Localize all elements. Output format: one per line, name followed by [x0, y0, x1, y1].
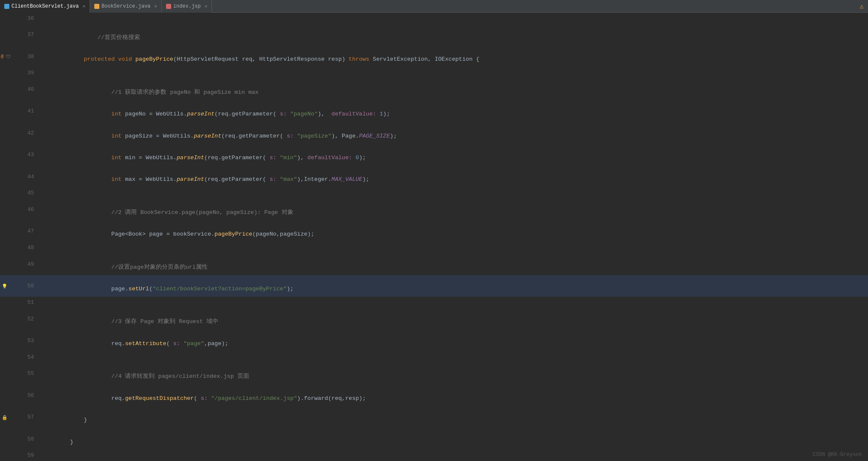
code-line-48: 48	[0, 242, 868, 253]
code-line-51: 51	[0, 297, 868, 308]
line-num-58: 58	[0, 428, 38, 450]
line-content-37: //首页价格搜索	[38, 24, 868, 45]
line-content-56: req.getRequestDispatcher( s: "/pages/cli…	[38, 385, 868, 406]
warning-icon: ⚠	[860, 2, 864, 11]
line-num-38: @ 🛡 38	[0, 45, 38, 67]
line-num-57: 🔒 57	[0, 406, 38, 428]
code-line-54: 54	[0, 351, 868, 363]
tab-label-3: index.jsp	[173, 3, 201, 9]
lock-icon: 🔒	[2, 414, 8, 420]
editor-container: 36 37 //首页价格搜索 @ 🛡 38 protected void pag…	[0, 13, 868, 461]
line-num-39: 39	[0, 67, 38, 79]
line-content-52: //3 保存 Page 对象到 Request 域中	[38, 308, 868, 329]
line-content-50: page.setUrl("client/bookServlet?action=p…	[38, 275, 868, 297]
line-content-42: int pageSize = WebUtils.parseInt(req.get…	[38, 122, 868, 144]
code-line-40: 40 //1 获取请求的参数 pageNo 和 pageSize min max	[0, 79, 868, 100]
code-line-58: 58 }	[0, 428, 868, 450]
line-num-43: 43	[0, 144, 38, 166]
line-content-58: }	[38, 428, 868, 450]
line-content-40: //1 获取请求的参数 pageNo 和 pageSize min max	[38, 79, 868, 100]
code-line-49: 49 //设置page对象的分页条的url属性	[0, 253, 868, 275]
line-content-45	[38, 188, 868, 199]
bulb-icon: 💡	[2, 283, 8, 289]
line-num-46: 46	[0, 199, 38, 220]
line-num-44: 44	[0, 166, 38, 187]
code-line-55: 55 //4 请求转发到 pages/client/index.jsp 页面	[0, 363, 868, 384]
line-content-54	[38, 351, 868, 363]
code-line-46: 46 //2 调用 BookService.page(pageNo, pageS…	[0, 199, 868, 220]
comment-52: //3 保存 Page 对象到 Request 域中	[70, 318, 218, 325]
comment-49: //设置page对象的分页条的url属性	[70, 264, 208, 270]
code-line-57: 🔒 57 }	[0, 406, 868, 428]
comment-40: //1 获取请求的参数 pageNo 和 pageSize min max	[70, 89, 259, 96]
line-num-45: 45	[0, 188, 38, 199]
comment-46: //2 调用 BookService.page(pageNo, pageSize…	[70, 209, 293, 216]
line-content-43: int min = WebUtils.parseInt(req.getParam…	[38, 144, 868, 166]
line-num-50: 💡 50	[0, 275, 38, 297]
code-line-39: 39	[0, 67, 868, 79]
code-line-36: 36	[0, 13, 868, 24]
line-num-49: 49	[0, 253, 38, 275]
tab-close-2[interactable]: ✕	[154, 3, 157, 9]
line-num-41: 41	[0, 100, 38, 122]
code-line-41: 41 int pageNo = WebUtils.parseInt(req.ge…	[0, 100, 868, 122]
line-content-53: req.setAttribute( s: "page",page);	[38, 330, 868, 351]
line-content-41: int pageNo = WebUtils.parseInt(req.getPa…	[38, 100, 868, 122]
code-line-50: 💡 50 page.setUrl("client/bookServlet?act…	[0, 275, 868, 297]
code-line-45: 45	[0, 188, 868, 199]
shield-icon: 🛡	[6, 54, 11, 59]
line-num-54: 54	[0, 351, 38, 363]
tab-index-jsp[interactable]: index.jsp ✕	[162, 0, 212, 13]
code-line-56: 56 req.getRequestDispatcher( s: "/pages/…	[0, 385, 868, 406]
tab-label-2: BookService.java	[101, 3, 150, 9]
code-line-52: 52 //3 保存 Page 对象到 Request 域中	[0, 308, 868, 329]
line-num-37: 37	[0, 24, 38, 45]
tab-close-3[interactable]: ✕	[205, 3, 208, 9]
line-content-46: //2 调用 BookService.page(pageNo, pageSize…	[38, 199, 868, 220]
line-content-47: Page<Book> page = bookService.pageByPric…	[38, 220, 868, 242]
line-num-40: 40	[0, 79, 38, 100]
tab-book-service[interactable]: BookService.java ✕	[90, 0, 162, 13]
code-line-59: 59	[0, 450, 868, 461]
line-num-51: 51	[0, 297, 38, 308]
line-num-59: 59	[0, 450, 38, 461]
line-content-55: //4 请求转发到 pages/client/index.jsp 页面	[38, 363, 868, 384]
line-content-49: //设置page对象的分页条的url属性	[38, 253, 868, 275]
line-num-36: 36	[0, 13, 38, 24]
line-content-39	[38, 67, 868, 79]
tab-icon-orange	[94, 4, 99, 9]
code-line-42: 42 int pageSize = WebUtils.parseInt(req.…	[0, 122, 868, 144]
tab-icon-blue	[4, 4, 9, 9]
code-line-53: 53 req.setAttribute( s: "page",page);	[0, 330, 868, 351]
line-num-55: 55	[0, 363, 38, 384]
tab-bar: ClientBookServlet.java ✕ BookService.jav…	[0, 0, 868, 13]
line-num-48: 48	[0, 242, 38, 253]
tab-close-1[interactable]: ✕	[82, 3, 85, 9]
line-content-51	[38, 297, 868, 308]
line-content-36	[38, 13, 868, 24]
line-num-53: 53	[0, 330, 38, 351]
at-icon: @	[1, 54, 4, 59]
code-line-43: 43 int min = WebUtils.parseInt(req.getPa…	[0, 144, 868, 166]
line-num-56: 56	[0, 385, 38, 406]
code-line-38: @ 🛡 38 protected void pageByPrice(HttpSe…	[0, 45, 868, 67]
line-content-59	[38, 450, 868, 461]
watermark: CSDN @KK-Greyson	[813, 452, 862, 458]
comment-55: //4 请求转发到 pages/client/index.jsp 页面	[70, 373, 249, 379]
comment-37: //首页价格搜索	[70, 34, 140, 41]
code-line-37: 37 //首页价格搜索	[0, 24, 868, 45]
tab-label-1: ClientBookServlet.java	[11, 3, 79, 9]
line-content-44: int max = WebUtils.parseInt(req.getParam…	[38, 166, 868, 187]
tab-client-book-servlet[interactable]: ClientBookServlet.java ✕	[0, 0, 90, 13]
tab-icon-red	[166, 4, 171, 9]
line-num-52: 52	[0, 308, 38, 329]
code-line-44: 44 int max = WebUtils.parseInt(req.getPa…	[0, 166, 868, 187]
line-content-57: }	[38, 406, 868, 428]
line-num-47: 47	[0, 220, 38, 242]
code-line-47: 47 Page<Book> page = bookService.pageByP…	[0, 220, 868, 242]
line-content-48	[38, 242, 868, 253]
code-area[interactable]: 36 37 //首页价格搜索 @ 🛡 38 protected void pag…	[0, 13, 868, 461]
line-num-42: 42	[0, 122, 38, 144]
line-content-38: protected void pageByPrice(HttpServletRe…	[38, 45, 868, 67]
